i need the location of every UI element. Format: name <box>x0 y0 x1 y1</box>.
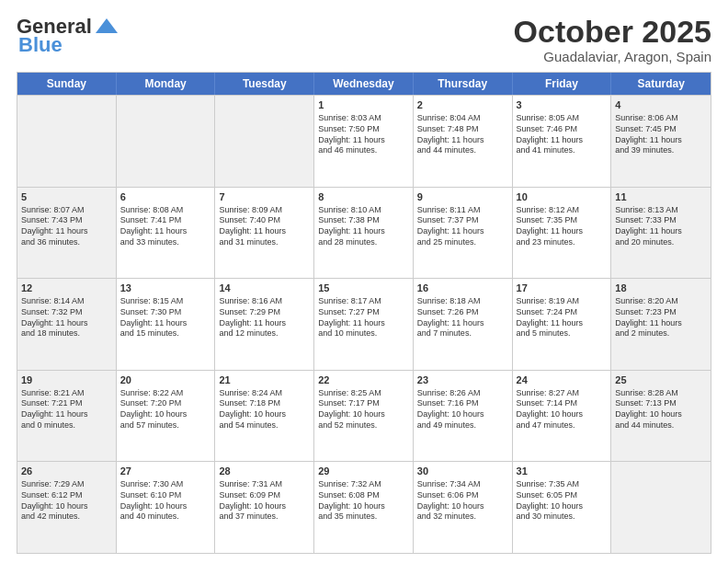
calendar-day-3: 3Sunrise: 8:05 AM Sunset: 7:46 PM Daylig… <box>513 96 612 187</box>
day-info: Sunrise: 8:09 AM Sunset: 7:40 PM Dayligh… <box>219 205 310 248</box>
day-number: 11 <box>615 190 707 204</box>
day-info: Sunrise: 8:27 AM Sunset: 7:14 PM Dayligh… <box>517 388 608 431</box>
calendar-day-14: 14Sunrise: 8:16 AM Sunset: 7:29 PM Dayli… <box>215 279 314 370</box>
day-info: Sunrise: 8:22 AM Sunset: 7:20 PM Dayligh… <box>120 388 211 431</box>
calendar-day-6: 6Sunrise: 8:08 AM Sunset: 7:41 PM Daylig… <box>117 188 216 279</box>
calendar-day-1: 1Sunrise: 8:03 AM Sunset: 7:50 PM Daylig… <box>314 96 414 187</box>
header-day-thursday: Thursday <box>414 73 513 95</box>
svg-marker-0 <box>96 18 118 33</box>
day-info: Sunrise: 8:19 AM Sunset: 7:24 PM Dayligh… <box>517 296 608 339</box>
calendar-header: SundayMondayTuesdayWednesdayThursdayFrid… <box>17 73 711 95</box>
calendar-day-7: 7Sunrise: 8:09 AM Sunset: 7:40 PM Daylig… <box>215 188 314 279</box>
calendar-day-18: 18Sunrise: 8:20 AM Sunset: 7:23 PM Dayli… <box>611 279 711 370</box>
header-day-friday: Friday <box>513 73 612 95</box>
day-info: Sunrise: 8:14 AM Sunset: 7:32 PM Dayligh… <box>21 296 112 339</box>
header-day-saturday: Saturday <box>611 73 711 95</box>
month-title: October 2025 <box>514 15 711 49</box>
day-number: 8 <box>318 190 409 204</box>
day-info: Sunrise: 8:20 AM Sunset: 7:23 PM Dayligh… <box>615 296 707 339</box>
day-info: Sunrise: 8:11 AM Sunset: 7:37 PM Dayligh… <box>417 205 508 248</box>
day-info: Sunrise: 8:12 AM Sunset: 7:35 PM Dayligh… <box>517 205 608 248</box>
day-number: 3 <box>517 98 608 112</box>
day-number: 30 <box>417 465 508 478</box>
day-info: Sunrise: 7:35 AM Sunset: 6:05 PM Dayligh… <box>517 479 608 523</box>
day-info: Sunrise: 8:15 AM Sunset: 7:30 PM Dayligh… <box>120 296 211 339</box>
calendar-day-9: 9Sunrise: 8:11 AM Sunset: 7:37 PM Daylig… <box>414 188 513 279</box>
day-info: Sunrise: 8:26 AM Sunset: 7:16 PM Dayligh… <box>417 388 508 431</box>
logo-icon <box>94 17 119 37</box>
calendar-empty <box>611 462 711 553</box>
day-number: 16 <box>417 282 508 295</box>
day-info: Sunrise: 7:31 AM Sunset: 6:09 PM Dayligh… <box>219 479 310 523</box>
calendar-day-22: 22Sunrise: 8:25 AM Sunset: 7:17 PM Dayli… <box>314 371 414 462</box>
day-number: 27 <box>120 465 211 478</box>
calendar-day-23: 23Sunrise: 8:26 AM Sunset: 7:16 PM Dayli… <box>414 371 513 462</box>
header-day-wednesday: Wednesday <box>314 73 414 95</box>
day-info: Sunrise: 8:10 AM Sunset: 7:38 PM Dayligh… <box>318 205 409 248</box>
calendar-empty <box>215 96 314 187</box>
day-number: 22 <box>318 373 409 387</box>
day-number: 4 <box>615 98 707 112</box>
day-number: 19 <box>21 373 112 387</box>
title-block: October 2025 Guadalaviar, Aragon, Spain <box>514 15 711 64</box>
calendar-week-5: 26Sunrise: 7:29 AM Sunset: 6:12 PM Dayli… <box>17 461 711 553</box>
day-number: 2 <box>417 98 508 112</box>
calendar-day-26: 26Sunrise: 7:29 AM Sunset: 6:12 PM Dayli… <box>17 462 117 553</box>
calendar-day-2: 2Sunrise: 8:04 AM Sunset: 7:48 PM Daylig… <box>414 96 513 187</box>
day-info: Sunrise: 8:03 AM Sunset: 7:50 PM Dayligh… <box>318 113 409 156</box>
header-day-monday: Monday <box>117 73 216 95</box>
calendar-week-4: 19Sunrise: 8:21 AM Sunset: 7:21 PM Dayli… <box>17 370 711 462</box>
calendar-week-2: 5Sunrise: 8:07 AM Sunset: 7:43 PM Daylig… <box>17 187 711 279</box>
header-day-tuesday: Tuesday <box>215 73 314 95</box>
header: General Blue October 2025 Guadalaviar, A… <box>17 15 711 64</box>
calendar-day-13: 13Sunrise: 8:15 AM Sunset: 7:30 PM Dayli… <box>117 279 216 370</box>
day-number: 20 <box>120 373 211 387</box>
day-number: 18 <box>615 282 707 295</box>
logo: General Blue <box>17 15 119 57</box>
day-info: Sunrise: 8:05 AM Sunset: 7:46 PM Dayligh… <box>517 113 608 156</box>
day-info: Sunrise: 7:34 AM Sunset: 6:06 PM Dayligh… <box>417 479 508 523</box>
calendar-day-15: 15Sunrise: 8:17 AM Sunset: 7:27 PM Dayli… <box>314 279 414 370</box>
calendar-day-5: 5Sunrise: 8:07 AM Sunset: 7:43 PM Daylig… <box>17 188 117 279</box>
day-number: 15 <box>318 282 409 295</box>
day-number: 24 <box>517 373 608 387</box>
day-info: Sunrise: 8:06 AM Sunset: 7:45 PM Dayligh… <box>615 113 707 156</box>
calendar-day-20: 20Sunrise: 8:22 AM Sunset: 7:20 PM Dayli… <box>117 371 216 462</box>
calendar-week-3: 12Sunrise: 8:14 AM Sunset: 7:32 PM Dayli… <box>17 278 711 370</box>
day-info: Sunrise: 8:16 AM Sunset: 7:29 PM Dayligh… <box>219 296 310 339</box>
calendar-day-8: 8Sunrise: 8:10 AM Sunset: 7:38 PM Daylig… <box>314 188 414 279</box>
day-number: 7 <box>219 190 310 204</box>
calendar: SundayMondayTuesdayWednesdayThursdayFrid… <box>17 72 711 554</box>
calendar-empty <box>117 96 216 187</box>
calendar-day-24: 24Sunrise: 8:27 AM Sunset: 7:14 PM Dayli… <box>513 371 612 462</box>
page: General Blue October 2025 Guadalaviar, A… <box>0 0 728 563</box>
day-info: Sunrise: 8:04 AM Sunset: 7:48 PM Dayligh… <box>417 113 508 156</box>
day-number: 14 <box>219 282 310 295</box>
day-number: 29 <box>318 465 409 478</box>
calendar-day-11: 11Sunrise: 8:13 AM Sunset: 7:33 PM Dayli… <box>611 188 711 279</box>
calendar-day-27: 27Sunrise: 7:30 AM Sunset: 6:10 PM Dayli… <box>117 462 216 553</box>
day-info: Sunrise: 7:29 AM Sunset: 6:12 PM Dayligh… <box>21 479 112 523</box>
day-info: Sunrise: 8:13 AM Sunset: 7:33 PM Dayligh… <box>615 205 707 248</box>
day-number: 1 <box>318 98 409 112</box>
header-day-sunday: Sunday <box>17 73 117 95</box>
day-number: 17 <box>517 282 608 295</box>
calendar-empty <box>17 96 117 187</box>
day-info: Sunrise: 8:24 AM Sunset: 7:18 PM Dayligh… <box>219 388 310 431</box>
calendar-day-10: 10Sunrise: 8:12 AM Sunset: 7:35 PM Dayli… <box>513 188 612 279</box>
day-number: 23 <box>417 373 508 387</box>
calendar-day-28: 28Sunrise: 7:31 AM Sunset: 6:09 PM Dayli… <box>215 462 314 553</box>
day-info: Sunrise: 8:17 AM Sunset: 7:27 PM Dayligh… <box>318 296 409 339</box>
day-info: Sunrise: 8:08 AM Sunset: 7:41 PM Dayligh… <box>120 205 211 248</box>
calendar-day-21: 21Sunrise: 8:24 AM Sunset: 7:18 PM Dayli… <box>215 371 314 462</box>
day-info: Sunrise: 7:32 AM Sunset: 6:08 PM Dayligh… <box>318 479 409 523</box>
calendar-day-4: 4Sunrise: 8:06 AM Sunset: 7:45 PM Daylig… <box>611 96 711 187</box>
calendar-day-31: 31Sunrise: 7:35 AM Sunset: 6:05 PM Dayli… <box>513 462 612 553</box>
day-number: 28 <box>219 465 310 478</box>
day-info: Sunrise: 8:28 AM Sunset: 7:13 PM Dayligh… <box>615 388 707 431</box>
day-number: 10 <box>517 190 608 204</box>
location-title: Guadalaviar, Aragon, Spain <box>514 49 711 64</box>
day-number: 6 <box>120 190 211 204</box>
calendar-day-29: 29Sunrise: 7:32 AM Sunset: 6:08 PM Dayli… <box>314 462 414 553</box>
calendar-day-17: 17Sunrise: 8:19 AM Sunset: 7:24 PM Dayli… <box>513 279 612 370</box>
